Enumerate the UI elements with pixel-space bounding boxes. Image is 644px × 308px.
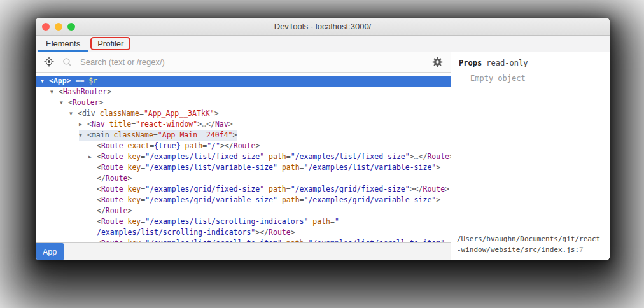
inspect-element-icon[interactable] bbox=[43, 56, 55, 67]
tree-row-text: <Route key="/examples/list/scrolling-ind… bbox=[97, 216, 339, 227]
breadcrumb-item-app[interactable]: App bbox=[36, 243, 64, 260]
code-segment: key bbox=[128, 163, 141, 172]
tree-row-text: <Route key="/examples/list/scroll-to-ite… bbox=[97, 238, 445, 242]
code-segment: "/examples/list/fixed-size" bbox=[291, 152, 410, 161]
tab-elements[interactable]: Elements bbox=[38, 36, 88, 52]
tree-row-text: <Route key="/examples/grid/fixed-size" p… bbox=[97, 184, 449, 195]
code-segment bbox=[123, 152, 128, 161]
elements-panel: ▼<App> == $r▼<HashRouter>▼<Router>▼<div … bbox=[36, 52, 451, 260]
code-segment: "react-window" bbox=[136, 120, 197, 129]
tree-row[interactable]: <Route key="/examples/list/scrolling-ind… bbox=[36, 216, 451, 227]
code-segment: = bbox=[286, 152, 291, 161]
code-segment: < bbox=[59, 87, 63, 96]
tree-row[interactable]: <Route key="/examples/grid/fixed-size" p… bbox=[36, 184, 451, 195]
code-segment: $r bbox=[88, 76, 97, 85]
expand-arrow-down-icon[interactable]: ▼ bbox=[50, 87, 59, 97]
code-segment: = bbox=[330, 217, 335, 226]
expand-arrow-right-icon[interactable]: ▶ bbox=[88, 151, 97, 162]
tree-row[interactable]: <Route key="/examples/list/variable-size… bbox=[36, 162, 451, 173]
code-segment: < bbox=[87, 120, 92, 129]
expand-arrow-down-icon[interactable]: ▼ bbox=[79, 130, 87, 141]
source-line-number: 7 bbox=[579, 246, 584, 254]
code-segment: < bbox=[68, 98, 73, 107]
code-segment: key bbox=[128, 217, 141, 226]
tab-bar: ElementsProfiler bbox=[36, 36, 610, 52]
code-segment: "/examples/list/variable-size" bbox=[304, 163, 437, 172]
tree-row[interactable]: <Route exact={true} path="/"></Route> bbox=[36, 141, 451, 151]
code-segment: path bbox=[269, 185, 286, 193]
code-segment: > bbox=[233, 130, 237, 139]
code-segment: < bbox=[97, 195, 101, 204]
code-segment bbox=[181, 141, 185, 150]
code-segment: "/examples/list/scrolling-indicators" bbox=[145, 217, 308, 226]
tree-row[interactable]: </Route> bbox=[36, 173, 451, 184]
tree-row[interactable]: /examples/list/scrolling-indicators"></R… bbox=[36, 227, 451, 238]
tab-label: Elements bbox=[46, 39, 80, 48]
tree-row[interactable]: ▼<Router> bbox=[36, 97, 451, 108]
code-segment: ></ bbox=[220, 141, 234, 150]
code-segment: path bbox=[312, 217, 330, 226]
code-segment bbox=[105, 120, 109, 129]
code-segment: Route bbox=[101, 195, 123, 204]
search-input[interactable] bbox=[79, 57, 425, 67]
code-segment: "App_Main__240f4" bbox=[158, 130, 233, 139]
code-segment: key bbox=[128, 195, 141, 204]
tree-row[interactable]: ▼<App> == $r bbox=[36, 76, 451, 87]
tree-row-text: ▼<HashRouter> bbox=[50, 87, 111, 97]
code-segment: path bbox=[282, 163, 300, 172]
code-segment: > bbox=[255, 141, 260, 150]
element-tree: ▼<App> == $r▼<HashRouter>▼<Router>▼<div … bbox=[36, 73, 451, 242]
code-segment: </ bbox=[97, 206, 106, 215]
code-segment: < bbox=[97, 152, 101, 161]
search-row bbox=[36, 52, 451, 73]
code-segment: "/examples/grid/fixed-size" bbox=[291, 185, 410, 193]
code-segment: > bbox=[445, 185, 449, 193]
code-segment: … bbox=[202, 120, 206, 129]
tree-row[interactable]: </Route> bbox=[36, 206, 451, 216]
code-segment: <div bbox=[78, 109, 100, 118]
search-icon bbox=[61, 56, 73, 67]
code-segment: < bbox=[97, 163, 101, 172]
expand-arrow-down-icon[interactable]: ▼ bbox=[69, 108, 78, 119]
tree-row[interactable]: <Route key="/examples/grid/variable-size… bbox=[36, 195, 451, 206]
gear-icon[interactable] bbox=[431, 56, 443, 67]
expand-arrow-down-icon[interactable]: ▼ bbox=[41, 76, 49, 87]
expand-arrow-down-icon[interactable]: ▼ bbox=[60, 97, 68, 108]
code-segment: Route bbox=[101, 185, 123, 193]
tree-row-text: ▼<App> == $r bbox=[41, 76, 97, 87]
tree-row-text: ▼<main className="App_Main__240f4"> bbox=[79, 130, 237, 141]
code-segment: </ bbox=[206, 120, 215, 129]
code-segment: > bbox=[127, 206, 132, 215]
code-segment: /examples/list/scrolling-indicators" bbox=[97, 228, 255, 237]
code-segment: key bbox=[128, 152, 141, 161]
tree-row[interactable]: <Route key="/examples/list/scroll-to-ite… bbox=[36, 238, 451, 242]
code-segment bbox=[123, 141, 128, 150]
code-segment: "/examples/grid/fixed-size" bbox=[145, 185, 264, 193]
code-segment: exact bbox=[128, 141, 150, 150]
props-panel: Props read-only Empty object /Users/bvau… bbox=[451, 52, 610, 260]
source-location[interactable]: /Users/bvaughn/Documents/git/react-windo… bbox=[451, 230, 610, 260]
tree-row[interactable]: ▼<main className="App_Main__240f4"> bbox=[36, 130, 451, 141]
tree-row-text: </Route> bbox=[97, 206, 132, 216]
tree-row[interactable]: ▼<HashRouter> bbox=[36, 87, 451, 97]
code-segment: Route bbox=[234, 141, 256, 150]
devtools-window: DevTools - localhost:3000/ ElementsProfi… bbox=[36, 18, 610, 260]
code-segment: < bbox=[97, 217, 101, 226]
code-segment: HashRouter bbox=[63, 87, 107, 96]
code-segment: path bbox=[282, 195, 300, 204]
code-segment: </ bbox=[419, 152, 428, 161]
tree-row[interactable]: ▶<Nav title="react-window">…</Nav> bbox=[36, 119, 451, 130]
code-segment: title bbox=[109, 120, 132, 129]
code-segment: "/examples/grid/variable-size" bbox=[304, 195, 437, 204]
tab-profiler[interactable]: Profiler bbox=[88, 36, 133, 52]
tree-row[interactable]: ▶<Route key="/examples/list/fixed-size" … bbox=[36, 151, 451, 162]
code-segment bbox=[123, 185, 128, 193]
code-segment: > bbox=[436, 163, 440, 172]
tree-row-text: ▶<Route key="/examples/list/fixed-size" … bbox=[88, 151, 451, 162]
code-segment: "/examples/grid/variable-size" bbox=[145, 195, 277, 204]
code-segment: < bbox=[97, 185, 101, 193]
tree-row[interactable]: ▼<div className="App_App__3ATkK"> bbox=[36, 108, 451, 119]
code-segment: > bbox=[410, 152, 414, 161]
expand-arrow-right-icon[interactable]: ▶ bbox=[79, 119, 87, 130]
tree-row-text: <Route key="/examples/grid/variable-size… bbox=[97, 195, 440, 206]
